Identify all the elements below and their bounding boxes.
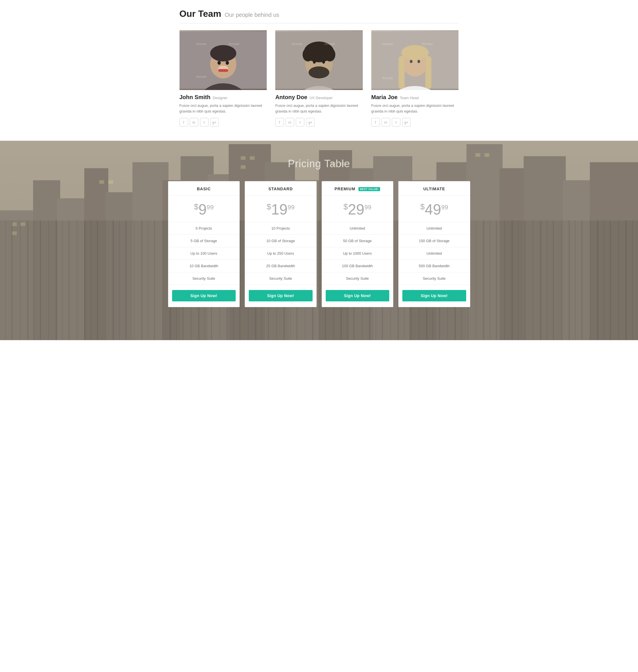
svg-rect-37 (33, 180, 60, 340)
basic-feature-5: Security Suite (168, 272, 240, 285)
premium-header: PREMIUM BEST VALUE! (322, 181, 393, 196)
maria-name: Maria Joe (371, 94, 398, 101)
premium-feature-4: 100 GB Bandwidth (322, 260, 393, 272)
svg-rect-57 (590, 162, 638, 340)
basic-feature-3: Up to 100 Users (168, 247, 240, 260)
svg-rect-65 (108, 180, 113, 184)
ultimate-signup-button[interactable]: Sign Up Now! (402, 290, 466, 301)
svg-rect-36 (0, 210, 36, 340)
svg-rect-55 (524, 156, 566, 340)
svg-point-3 (210, 45, 236, 61)
antony-twitter-icon[interactable]: t (296, 118, 304, 126)
svg-rect-53 (467, 144, 503, 340)
standard-price-row: $1999 (245, 196, 317, 222)
svg-rect-56 (563, 180, 593, 340)
best-value-badge: BEST VALUE! (358, 187, 381, 191)
premium-feature-5: Security Suite (322, 272, 393, 285)
maria-role: Team Head (400, 96, 419, 100)
svg-point-27 (401, 45, 429, 61)
team-photo-maria: #envato #envato #envato (371, 30, 459, 90)
svg-rect-54 (500, 168, 526, 340)
svg-point-17 (308, 66, 330, 78)
team-section-subtitle: Our people behind us (225, 12, 279, 18)
standard-header: STANDARD (245, 181, 317, 196)
pricing-card-basic: BASIC $999 5 Projects 5 GB of Storage Up… (168, 181, 240, 307)
svg-text:#envato: #envato (382, 42, 393, 46)
ultimate-price-row: $4999 (398, 196, 470, 222)
standard-feature-5: Security Suite (245, 272, 317, 285)
basic-feature-1: 5 Projects (168, 222, 240, 235)
antony-name: Antony Doe (275, 94, 307, 101)
team-section-title: Our Team (180, 8, 221, 19)
premium-price: $2999 (343, 201, 371, 218)
premium-price-row: $2999 (322, 196, 393, 222)
svg-point-16 (324, 48, 335, 62)
pricing-card-premium: PREMIUM BEST VALUE! $2999 Unlimited 50 G… (322, 181, 393, 307)
basic-feature-2: 5 GB of Storage (168, 235, 240, 247)
svg-rect-61 (12, 223, 17, 226)
premium-signup-button[interactable]: Sign Up Now! (326, 290, 389, 301)
maria-googleplus-icon[interactable]: g+ (402, 118, 410, 126)
antony-facebook-icon[interactable]: f (275, 118, 284, 126)
antony-illustration: #envato #envato (275, 30, 363, 90)
john-twitter-icon[interactable]: t (200, 118, 208, 126)
ultimate-header: ULTIMATE (398, 181, 470, 196)
john-googleplus-icon[interactable]: g+ (210, 118, 219, 126)
svg-text:#envato: #envato (196, 42, 206, 46)
john-name-row: John Smith Designer (180, 94, 267, 101)
john-illustration: #envato #envato #envato (180, 30, 267, 90)
svg-text:#envato: #envato (292, 42, 303, 46)
svg-rect-64 (99, 180, 104, 184)
standard-price: $1999 (267, 201, 295, 218)
basic-feature-4: 10 GB Bandwidth (168, 260, 240, 272)
antony-googleplus-icon[interactable]: g+ (306, 118, 315, 126)
svg-rect-5 (218, 69, 228, 72)
antony-linkedin-icon[interactable]: in (286, 118, 294, 126)
john-facebook-icon[interactable]: f (180, 118, 188, 126)
john-linkedin-icon[interactable]: in (190, 118, 198, 126)
ultimate-feature-5: Security Suite (398, 272, 470, 285)
premium-feature-1: Unlimited (322, 222, 393, 235)
standard-feature-3: Up to 250 Users (245, 247, 317, 260)
ultimate-feature-4: 500 GB Bandwidth (398, 260, 470, 272)
team-photo-john: #envato #envato #envato (180, 30, 267, 90)
team-card-maria: #envato #envato #envato Maria Joe Team H… (371, 30, 459, 126)
maria-linkedin-icon[interactable]: in (382, 118, 390, 126)
svg-point-29 (410, 60, 413, 63)
premium-cta: Sign Up Now! (322, 285, 393, 307)
standard-feature-2: 10 GB of Storage (245, 235, 317, 247)
pricing-grid: BASIC $999 5 Projects 5 GB of Storage Up… (168, 181, 470, 307)
antony-social: f in t g+ (275, 118, 363, 126)
john-role: Designer (213, 96, 228, 100)
ultimate-tier-label: ULTIMATE (423, 187, 445, 191)
team-grid: #envato #envato #envato John Smith Desig… (180, 30, 459, 126)
svg-text:#envato: #envato (422, 42, 433, 46)
maria-facebook-icon[interactable]: f (371, 118, 380, 126)
maria-twitter-icon[interactable]: t (392, 118, 400, 126)
team-header: Our Team Our people behind us (180, 8, 459, 23)
svg-point-19 (322, 61, 325, 64)
standard-feature-4: 25 GB Bandwidth (245, 260, 317, 272)
team-card-john: #envato #envato #envato John Smith Desig… (180, 30, 267, 126)
ultimate-price: $4999 (420, 201, 448, 218)
antony-name-row: Antony Doe UX Developer (275, 94, 363, 101)
maria-social: f in t g+ (371, 118, 459, 126)
svg-point-15 (303, 48, 314, 62)
ultimate-cta: Sign Up Now! (398, 285, 470, 307)
svg-rect-72 (484, 153, 489, 157)
svg-rect-25 (399, 56, 405, 89)
pricing-section-inner: Pricing Table BASIC $999 5 Projects 5 GB… (168, 158, 470, 307)
pricing-section: Pricing Table BASIC $999 5 Projects 5 GB… (0, 141, 638, 340)
basic-cta: Sign Up Now! (168, 285, 240, 307)
ultimate-feature-2: 150 GB of Storage (398, 235, 470, 247)
basic-signup-button[interactable]: Sign Up Now! (172, 290, 236, 301)
premium-feature-2: 50 GB of Storage (322, 235, 393, 247)
john-social: f in t g+ (180, 118, 267, 126)
svg-rect-71 (475, 153, 481, 157)
standard-signup-button[interactable]: Sign Up Now! (249, 290, 313, 301)
ultimate-feature-1: Unlimited (398, 222, 470, 235)
basic-tier-label: BASIC (197, 187, 211, 191)
svg-rect-62 (20, 223, 26, 226)
ultimate-feature-3: Unlimited (398, 247, 470, 260)
svg-text:#envato: #envato (324, 42, 335, 46)
